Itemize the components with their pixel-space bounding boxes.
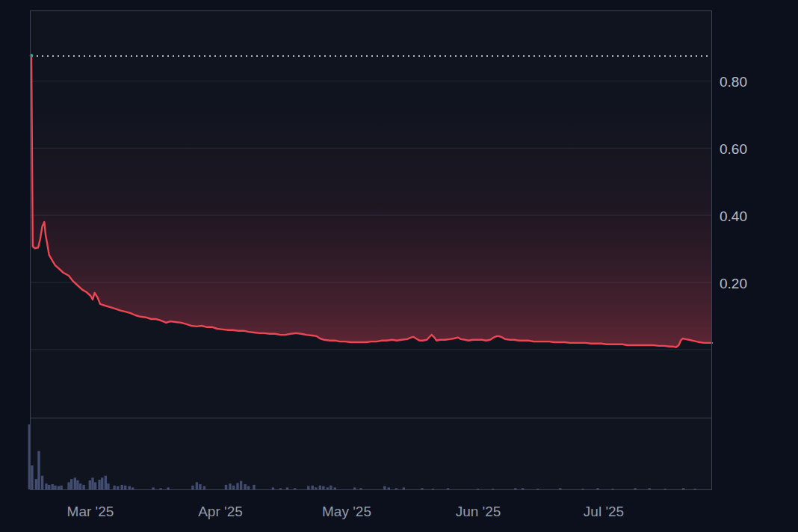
x-axis-label-mar-25: Mar '25 — [67, 504, 114, 519]
y-axis-label-0-20: 0.20 — [720, 276, 747, 291]
price-chart-panel: 0.80 0.60 0.40 0.20 Mar '25 Apr '25 May … — [0, 0, 798, 532]
y-axis-label-0-80: 0.80 — [720, 74, 747, 90]
price-volume-chart[interactable]: 0.80 0.60 0.40 0.20 Mar '25 Apr '25 May … — [0, 0, 798, 532]
price-area-glow — [31, 11, 712, 347]
x-axis-label-apr-25: Apr '25 — [198, 504, 243, 519]
x-axis-label-jun-25: Jun '25 — [456, 504, 501, 519]
y-axis-label-0-40: 0.40 — [720, 208, 747, 224]
x-axis-label-may-25: May '25 — [322, 504, 371, 519]
y-axis-label-0-60: 0.60 — [720, 141, 747, 157]
x-axis-label-jul-25: Jul '25 — [584, 504, 624, 519]
